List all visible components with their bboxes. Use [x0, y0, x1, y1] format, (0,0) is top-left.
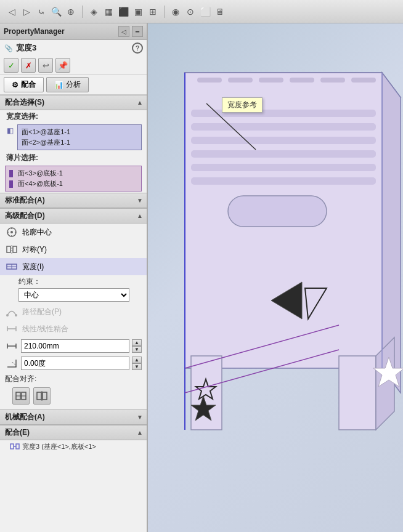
row-contour-center[interactable]: 轮廓中心: [0, 224, 147, 241]
toolbar-icon-14[interactable]: 🖥: [213, 5, 227, 18]
mate-entry-text: 宽度3 (基座<1>,底板<1>: [22, 442, 96, 451]
tab-analysis[interactable]: 📊 分析: [46, 77, 89, 92]
angle-input[interactable]: [21, 357, 129, 370]
distance-spinner: ▲ ▼: [132, 339, 142, 353]
distance-icon: [5, 339, 18, 353]
width-sel-item-1-text: 面<1>@基座1-1: [22, 127, 70, 137]
svg-rect-27: [16, 444, 19, 449]
row-path-mate[interactable]: 路径配合(P): [0, 303, 147, 320]
align-btn-2[interactable]: [33, 387, 51, 405]
contour-center-icon: [5, 225, 18, 239]
tab-mate[interactable]: ⚙ 配合: [4, 77, 44, 92]
thin-sel-item-2: 面<4>@底板-1: [8, 179, 139, 189]
thin-sel-item-1-text: 面<3>@底板-1: [18, 169, 63, 178]
svg-rect-34: [259, 78, 283, 83]
tab-mate-label: 配合: [21, 79, 36, 90]
section-mate-selection[interactable]: 配合选择(S) ▲: [0, 95, 147, 110]
tabs-row: ⚙ 配合 📊 分析: [0, 75, 147, 95]
svg-rect-26: [10, 444, 14, 449]
align-btn-1[interactable]: [12, 387, 30, 405]
section-standard-mate[interactable]: 标准配合(A) ▼: [0, 193, 147, 208]
svg-marker-46: [339, 356, 376, 430]
undo-button[interactable]: ↩: [38, 58, 53, 73]
toolbar-icon-8[interactable]: ⬛: [116, 5, 130, 18]
tooltip-text: 宽度参考: [227, 100, 257, 109]
toolbar-icon-2[interactable]: ▷: [20, 5, 33, 18]
viewport[interactable]: 习社 SolidWorks: [148, 23, 403, 532]
angle-spin-up[interactable]: ▲: [132, 357, 142, 363]
ok-button[interactable]: ✓: [4, 58, 18, 73]
row-linear[interactable]: 线性/线性精合: [0, 320, 147, 337]
left-panel: PropertyManager ◁ ━ 📎 宽度3 ? ✓ ✗ ↩ 📌 ⚙ 配合: [0, 23, 148, 532]
toolbar-icon-5[interactable]: ⊕: [64, 5, 78, 18]
row-symmetric[interactable]: 对称(Y): [0, 241, 147, 258]
mate-entry-row: 宽度3 (基座<1>,底板<1>: [0, 440, 147, 453]
panel-content[interactable]: 配合选择(S) ▲ 宽度选择: ◧ 面<1>@基座1-1 面<2>@基座1-1 …: [0, 95, 147, 532]
section-mechanical-mate[interactable]: 机械配合(A) ▼: [0, 409, 147, 425]
pin-button[interactable]: 📌: [55, 58, 70, 73]
row-width[interactable]: 宽度(I): [0, 258, 147, 275]
toolbar-icon-9[interactable]: ▣: [131, 5, 145, 18]
angle-spin-down[interactable]: ▼: [132, 363, 142, 370]
section-mate-selection-arrow: ▲: [137, 99, 143, 106]
action-row: ✓ ✗ ↩ 📌: [0, 56, 147, 75]
width-sel-item-2: 面<2>@基座1-1: [20, 137, 139, 148]
toolbar-icon-7[interactable]: ▦: [102, 5, 115, 18]
svg-rect-6: [7, 246, 10, 252]
section-mates-label: 配合(E): [5, 427, 30, 438]
analysis-icon: 📊: [54, 81, 63, 89]
distance-spin-down[interactable]: ▼: [132, 346, 142, 353]
svg-rect-41: [191, 150, 376, 158]
sub-width-label: 宽度选择:: [0, 110, 147, 123]
angle-icon: [5, 357, 18, 370]
toolbar-icon-6[interactable]: ◈: [87, 5, 100, 18]
pm-header: PropertyManager ◁ ━: [0, 23, 147, 40]
section-standard-label: 标准配合(A): [5, 195, 45, 206]
cancel-button[interactable]: ✗: [21, 58, 36, 73]
toolbar-sep-1: [82, 6, 83, 18]
width-label: 宽度(I): [22, 262, 44, 272]
help-button[interactable]: ?: [132, 42, 143, 54]
svg-rect-36: [320, 78, 345, 83]
distance-spin-up[interactable]: ▲: [132, 339, 142, 346]
width-sel-item-2-text: 面<2>@基座1-1: [22, 138, 70, 147]
section-mates[interactable]: 配合(E) ▲: [0, 425, 147, 440]
section-advanced-label: 高级配合(D): [5, 211, 45, 221]
toolbar-icon-11[interactable]: ◉: [169, 5, 182, 18]
tooltip-box: 宽度参考: [222, 97, 263, 113]
angle-row: ▲ ▼: [0, 355, 147, 372]
section-advanced-arrow: ▲: [137, 212, 143, 219]
3d-object-svg: [148, 23, 403, 532]
toolbar-icon-12[interactable]: ⊙: [184, 5, 197, 18]
align-icons-row: [0, 386, 147, 409]
width-sel-face-icon: ◧: [5, 126, 15, 135]
pm-header-icons: ◁ ━: [118, 26, 143, 37]
section-advanced-mate[interactable]: 高级配合(D) ▲: [0, 208, 147, 224]
svg-rect-33: [228, 78, 253, 83]
mate-align-row: 配合对齐:: [0, 372, 147, 386]
toolbar-icon-10[interactable]: ⊞: [146, 5, 160, 18]
thin-selection-box[interactable]: 面<3>@底板-1 面<4>@底板-1: [5, 166, 142, 191]
section-mates-arrow: ▲: [137, 429, 143, 436]
path-mate-icon: [5, 305, 18, 318]
svg-point-1: [10, 231, 13, 233]
width-selection-box[interactable]: 面<1>@基座1-1 面<2>@基座1-1: [17, 124, 142, 150]
toolbar-icon-4[interactable]: 🔍: [49, 5, 63, 18]
section-mechanical-arrow: ▼: [137, 414, 143, 421]
pm-collapse-icon[interactable]: ◁: [118, 26, 129, 37]
svg-rect-39: [191, 123, 376, 131]
section-mechanical-label: 机械配合(A): [5, 412, 45, 422]
width-icon: [5, 260, 18, 273]
svg-point-13: [15, 314, 17, 316]
pm-pin-icon[interactable]: ━: [132, 26, 143, 37]
contour-center-label: 轮廓中心: [22, 227, 52, 238]
toolbar-icon-13[interactable]: ⬜: [198, 5, 212, 18]
linear-icon: [5, 322, 18, 336]
svg-rect-23: [37, 392, 41, 400]
svg-point-12: [6, 314, 9, 316]
toolbar-sep-2: [164, 6, 165, 18]
distance-input[interactable]: [21, 339, 129, 353]
toolbar-icon-3[interactable]: ⤿: [35, 5, 48, 18]
constraint-select[interactable]: 中心: [18, 288, 129, 302]
toolbar-icon-1[interactable]: ◁: [5, 5, 18, 18]
